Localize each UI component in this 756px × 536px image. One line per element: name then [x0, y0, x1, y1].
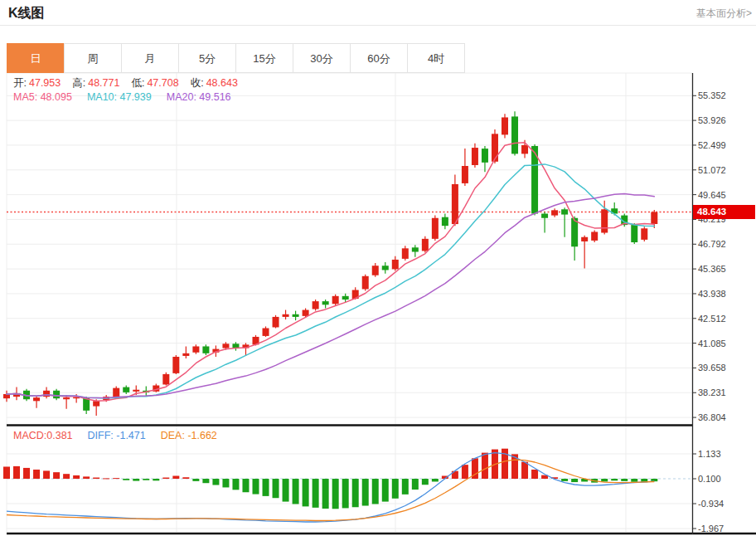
ohlc-label: 收: — [191, 77, 204, 89]
svg-text:52.499: 52.499 — [698, 140, 726, 150]
macd-legend-item: MACD:0.381 — [13, 430, 73, 441]
page-title: K线图 — [8, 5, 45, 22]
svg-text:49.645: 49.645 — [698, 190, 726, 200]
svg-text:42.512: 42.512 — [698, 314, 726, 324]
svg-text:53.926: 53.926 — [698, 115, 726, 125]
svg-text:45.365: 45.365 — [698, 264, 726, 274]
macd-legend: MACD:0.381DIFF: -1.471DEA: -1.662 — [13, 430, 232, 441]
tab-30min[interactable]: 30分 — [293, 43, 351, 73]
tab-month[interactable]: 月 — [121, 43, 179, 73]
svg-text:43.938: 43.938 — [698, 289, 726, 299]
svg-text:-0.934: -0.934 — [698, 499, 724, 509]
ohlc-label: 高: — [72, 77, 85, 89]
tab-5min[interactable]: 5分 — [178, 43, 236, 73]
svg-text:55.352: 55.352 — [698, 90, 726, 100]
ohlc-value: 47.708 — [147, 77, 178, 89]
tab-4hour[interactable]: 4时 — [407, 43, 465, 73]
svg-text:36.804: 36.804 — [698, 412, 726, 422]
ma-legend: MA5: 48.095MA10: 47.939MA20: 49.516 — [13, 91, 246, 103]
macd-legend-item: DIFF: -1.471 — [88, 430, 146, 441]
ohlc-value: 48.643 — [206, 77, 238, 89]
tab-15min[interactable]: 15分 — [235, 43, 293, 73]
current-price-badge: 48.643 — [693, 205, 755, 219]
ohlc-value: 48.771 — [88, 77, 119, 89]
ohlc-label: 低: — [131, 77, 144, 89]
svg-text:0.100: 0.100 — [698, 474, 721, 484]
tab-day[interactable]: 日 — [7, 43, 65, 73]
svg-text:38.231: 38.231 — [698, 387, 726, 397]
fundamental-analysis-link[interactable]: 基本面分析> — [696, 7, 752, 21]
tab-60min[interactable]: 60分 — [350, 43, 408, 73]
macd-legend-item: DEA: -1.662 — [161, 430, 217, 441]
svg-text:41.085: 41.085 — [698, 339, 726, 348]
ohlc-legend: 开:47.953高:48.771低:47.708收:48.643 — [13, 76, 250, 90]
ma-legend-item: MA10: 47.939 — [87, 91, 152, 103]
ohlc-value: 47.953 — [29, 77, 61, 89]
tab-week[interactable]: 周 — [64, 43, 122, 73]
svg-text:39.658: 39.658 — [698, 363, 726, 373]
svg-text:46.792: 46.792 — [698, 239, 726, 249]
period-tabs: 日周月5分15分30分60分4时 — [7, 43, 465, 73]
svg-text:51.072: 51.072 — [698, 165, 726, 175]
ohlc-label: 开: — [13, 77, 27, 89]
svg-text:-1.967: -1.967 — [698, 524, 724, 534]
svg-text:1.133: 1.133 — [698, 449, 721, 459]
ma-legend-item: MA5: 48.095 — [13, 91, 72, 103]
ma-legend-item: MA20: 49.516 — [167, 91, 231, 103]
